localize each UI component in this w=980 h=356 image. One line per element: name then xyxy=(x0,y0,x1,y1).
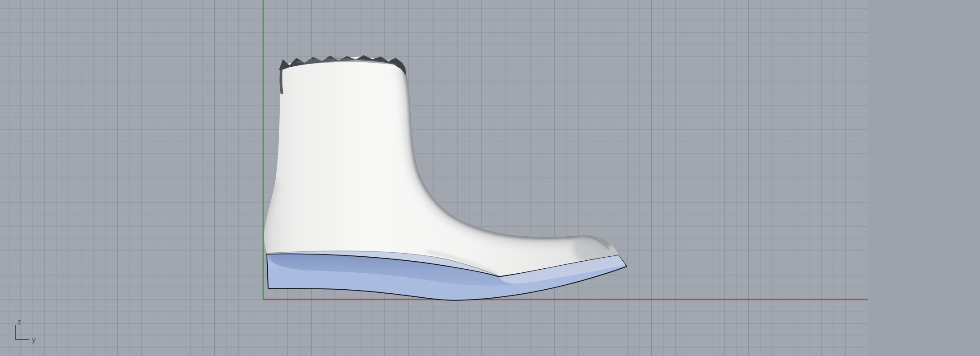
cad-viewport[interactable]: z y xyxy=(0,0,980,356)
cad-canvas[interactable]: z y xyxy=(0,0,980,356)
construction-grid xyxy=(0,0,868,356)
axis-gizmo-z-label: z xyxy=(17,318,21,326)
axis-gizmo-y-label: y xyxy=(32,336,36,344)
